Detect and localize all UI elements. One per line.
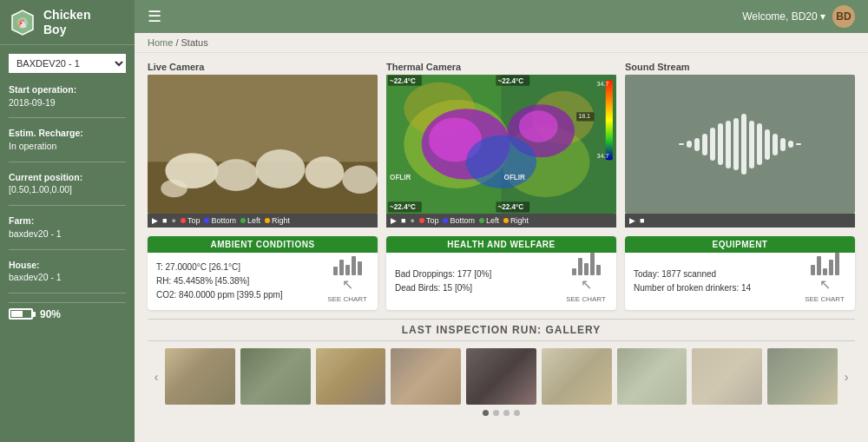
ambient-conditions-panel: AMBIENT CONDITIONS T: 27.0000°C [26.1°C]… bbox=[148, 236, 378, 310]
gallery-dot-0[interactable] bbox=[483, 410, 489, 416]
bad-droppings: Bad Droppings: 177 [0%] bbox=[395, 267, 491, 281]
sidebar-logo: 🐔 Chicken Boy bbox=[0, 0, 135, 45]
live-camera-label: Live Camera bbox=[148, 62, 378, 72]
ambient-rh: RH: 45.4458% [45.38%] bbox=[156, 274, 283, 288]
welcome-text: Welcome, BD20 ▾ bbox=[742, 10, 825, 23]
gallery-title: LAST INSPECTION RUN: GALLERY bbox=[148, 319, 855, 341]
gallery-dot-3[interactable] bbox=[514, 410, 520, 416]
sound-stream-label: Sound Stream bbox=[625, 62, 855, 72]
health-see-chart: SEE CHART bbox=[566, 295, 606, 303]
health-values: Bad Droppings: 177 [0%] Dead Birds: 15 [… bbox=[395, 267, 491, 295]
svg-text:18.1: 18.1 bbox=[578, 113, 590, 120]
logo-icon: 🐔 bbox=[9, 9, 36, 36]
svg-point-21 bbox=[466, 135, 537, 188]
gallery-thumb-8[interactable] bbox=[767, 348, 838, 405]
broken-drinkers: Number of broken drinkers: 14 bbox=[634, 281, 751, 295]
breadcrumb: Home / Status bbox=[135, 33, 868, 53]
content-area: Live Camera ▶ ■ bbox=[135, 53, 868, 442]
equipment-body: Today: 1877 scanned Number of broken dri… bbox=[625, 253, 855, 310]
ambient-header: AMBIENT CONDITIONS bbox=[148, 236, 378, 253]
equipment-see-chart: SEE CHART bbox=[805, 295, 845, 303]
battery-icon bbox=[9, 308, 33, 320]
svg-point-20 bbox=[519, 110, 558, 142]
thermal-camera-panel: Thermal Camera bbox=[386, 62, 616, 228]
sound-bar bbox=[765, 129, 770, 160]
sound-bar bbox=[741, 114, 746, 175]
sound-bar bbox=[726, 121, 731, 168]
current-position-value: [0.50,1.00,0.00] bbox=[9, 183, 126, 196]
user-info: Welcome, BD20 ▾ BD bbox=[742, 5, 855, 28]
thermal-stop-button[interactable]: ■ bbox=[401, 216, 405, 225]
live-stop-button[interactable]: ■ bbox=[162, 216, 167, 225]
sound-play-button[interactable]: ▶ bbox=[629, 216, 635, 225]
svg-point-8 bbox=[305, 156, 344, 188]
svg-point-7 bbox=[255, 149, 305, 188]
breadcrumb-home[interactable]: Home bbox=[148, 37, 173, 48]
equipment-chart-icon[interactable]: ↖ SEE CHART bbox=[803, 260, 846, 303]
equipment-values: Today: 1877 scanned Number of broken dri… bbox=[634, 267, 751, 295]
ambient-chart-icon[interactable]: ↖ SEE CHART bbox=[326, 260, 369, 303]
stats-row: AMBIENT CONDITIONS T: 27.0000°C [26.1°C]… bbox=[148, 236, 855, 310]
device-select[interactable]: BAXDEV20 - 1 bbox=[9, 54, 126, 73]
ambient-co2: CO2: 840.0000 ppm [399.5 ppm] bbox=[156, 288, 283, 302]
topbar: ☰ Welcome, BD20 ▾ BD bbox=[135, 0, 868, 33]
equipment-header: EQUIPMENT bbox=[625, 236, 855, 253]
sound-bar bbox=[780, 138, 786, 151]
svg-point-9 bbox=[342, 165, 378, 194]
start-operation-block: Start operation: 2018-09-19 bbox=[9, 83, 126, 118]
camera-row: Live Camera ▶ ■ bbox=[148, 62, 855, 228]
svg-text:34.7: 34.7 bbox=[597, 81, 609, 88]
sound-feed bbox=[625, 75, 855, 214]
app-title: Chicken Boy bbox=[43, 8, 90, 37]
sound-bar bbox=[733, 118, 739, 170]
start-operation-label: Start operation: bbox=[9, 83, 126, 96]
gallery-thumb-2[interactable] bbox=[316, 348, 386, 405]
hamburger-icon[interactable]: ☰ bbox=[148, 7, 161, 26]
health-chart-icon[interactable]: ↖ SEE CHART bbox=[564, 260, 608, 303]
battery-row: 90% bbox=[9, 302, 126, 320]
scanned-today: Today: 1877 scanned bbox=[634, 267, 751, 281]
main-content: ☰ Welcome, BD20 ▾ BD Home / Status Live … bbox=[135, 0, 868, 442]
ambient-see-chart: SEE CHART bbox=[327, 295, 367, 303]
user-avatar[interactable]: BD bbox=[832, 5, 855, 28]
gallery-thumb-0[interactable] bbox=[165, 348, 235, 405]
gallery-dot-1[interactable] bbox=[493, 410, 499, 416]
gallery-thumb-4[interactable] bbox=[466, 348, 536, 405]
farm-value: baxdev20 - 1 bbox=[9, 228, 126, 241]
gallery-thumb-7[interactable] bbox=[692, 348, 762, 405]
gallery-dot-2[interactable] bbox=[503, 410, 510, 416]
dead-birds: Dead Birds: 15 [0%] bbox=[395, 281, 491, 295]
svg-text:OFLIR: OFLIR bbox=[504, 174, 526, 181]
live-camera-controls: ▶ ■ ● Top Bottom Left Right bbox=[148, 214, 378, 228]
gallery-row: ‹ › bbox=[148, 348, 855, 405]
thermal-camera-label: Thermal Camera bbox=[386, 62, 616, 72]
sound-stop-button[interactable]: ■ bbox=[640, 216, 644, 225]
gallery-prev-button[interactable]: ‹ bbox=[148, 370, 165, 384]
live-camera-feed bbox=[148, 75, 378, 214]
current-position-label: Current position: bbox=[9, 171, 126, 184]
sound-bar bbox=[694, 138, 700, 151]
gallery-thumb-6[interactable] bbox=[617, 348, 687, 405]
sound-bar bbox=[687, 141, 692, 148]
thermal-camera-feed: ~22.4°C ~22.4°C 34.7 18.1 34.7 OFLIR OFL… bbox=[386, 75, 616, 214]
health-body: Bad Droppings: 177 [0%] Dead Birds: 15 [… bbox=[386, 253, 616, 310]
sound-controls: ▶ ■ bbox=[625, 214, 855, 228]
live-play-button[interactable]: ▶ bbox=[152, 216, 158, 225]
gallery-thumb-5[interactable] bbox=[542, 348, 612, 405]
sound-bar bbox=[702, 134, 707, 155]
sound-bar bbox=[796, 143, 801, 145]
house-label: House: bbox=[9, 259, 126, 272]
svg-text:~22.4°C: ~22.4°C bbox=[390, 203, 416, 211]
equipment-panel: EQUIPMENT Today: 1877 scanned Number of … bbox=[625, 236, 855, 310]
farm-block: Farm: baxdev20 - 1 bbox=[9, 214, 126, 249]
gallery-thumb-1[interactable] bbox=[240, 348, 311, 405]
svg-text:34.7: 34.7 bbox=[597, 153, 609, 160]
estim-recharge-value: In operation bbox=[9, 140, 126, 153]
svg-text:~22.4°C: ~22.4°C bbox=[497, 77, 523, 85]
gallery-images bbox=[165, 348, 838, 405]
ambient-values: T: 27.0000°C [26.1°C] RH: 45.4458% [45.3… bbox=[156, 261, 283, 302]
gallery-thumb-3[interactable] bbox=[391, 348, 461, 405]
svg-text:~22.4°C: ~22.4°C bbox=[390, 77, 416, 85]
gallery-next-button[interactable]: › bbox=[838, 370, 855, 384]
thermal-play-button[interactable]: ▶ bbox=[391, 216, 397, 225]
